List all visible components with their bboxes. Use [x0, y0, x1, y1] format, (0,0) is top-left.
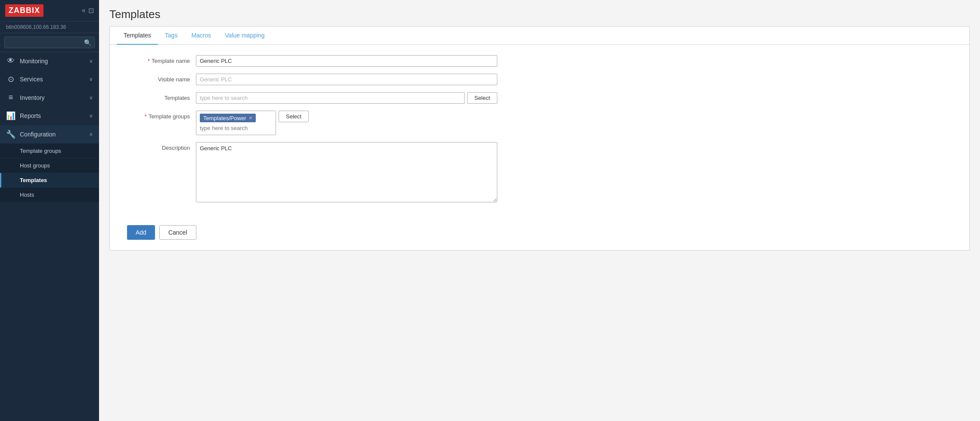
sidebar-item-template-groups[interactable]: Template groups — [0, 144, 99, 158]
main-content: Templates Templates Tags Macros Value ma… — [99, 0, 980, 421]
tag-remove-icon[interactable]: × — [249, 115, 252, 121]
chevron-down-icon: ∨ — [89, 76, 93, 82]
monitoring-icon: 👁 — [6, 56, 16, 65]
content-box: Templates Tags Macros Value mapping *Tem… — [109, 26, 970, 251]
cancel-button[interactable]: Cancel — [159, 225, 196, 240]
add-button[interactable]: Add — [127, 225, 155, 240]
reports-icon: 📊 — [6, 111, 16, 121]
template-name-row: *Template name — [127, 55, 952, 67]
visible-name-row: Visible name — [127, 74, 952, 85]
template-name-input[interactable] — [196, 55, 497, 67]
tabs-bar: Templates Tags Macros Value mapping — [110, 27, 969, 45]
template-groups-label: *Template groups — [127, 111, 196, 120]
description-row: Description Generic PLC — [127, 142, 952, 204]
search-icon: 🔍 — [84, 39, 91, 46]
template-group-tag: Templates/Power × — [200, 114, 256, 122]
visible-name-input[interactable] — [196, 74, 497, 85]
inventory-icon: ≡ — [6, 93, 16, 102]
sidebar-item-label: Host groups — [20, 162, 50, 169]
sidebar-item-label: Inventory — [20, 94, 45, 101]
sidebar-item-label: Configuration — [20, 131, 56, 138]
tab-tags[interactable]: Tags — [158, 27, 185, 45]
tag-label: Templates/Power — [203, 115, 246, 121]
sidebar-item-configuration[interactable]: 🔧 Configuration ∧ — [0, 125, 99, 144]
sidebar-item-label: Reports — [20, 112, 41, 119]
templates-select-button[interactable]: Select — [467, 92, 497, 104]
collapse-icon[interactable]: « — [82, 6, 86, 15]
tab-templates[interactable]: Templates — [117, 27, 158, 45]
required-star: * — [148, 58, 150, 64]
sidebar-item-host-groups[interactable]: Host groups — [0, 158, 99, 173]
sidebar-item-hosts[interactable]: Hosts — [0, 188, 99, 202]
templates-field: Select — [196, 92, 497, 104]
templates-search-input[interactable] — [196, 92, 465, 104]
template-name-label: *Template name — [127, 55, 196, 64]
content-wrapper: Templates Tags Macros Value mapping *Tem… — [99, 26, 980, 268]
description-textarea[interactable]: Generic PLC — [196, 142, 497, 202]
sidebar-item-monitoring[interactable]: 👁 Monitoring ∨ — [0, 52, 99, 70]
sidebar-item-label: Services — [20, 76, 43, 83]
sidebar: ZABBIX « ⊡ btln008606,100.66.183.36 🔍 👁 … — [0, 0, 99, 421]
expand-icon[interactable]: ⊡ — [88, 6, 94, 15]
chevron-down-icon: ∨ — [89, 113, 93, 119]
sidebar-item-label: Hosts — [20, 192, 34, 198]
sidebar-item-templates[interactable]: Templates — [0, 173, 99, 188]
form-actions: Add Cancel — [110, 221, 969, 250]
template-groups-search-input[interactable] — [200, 124, 272, 132]
sidebar-item-label: Templates — [20, 177, 47, 183]
template-groups-box: Templates/Power × — [196, 111, 276, 135]
zabbix-logo: ZABBIX — [5, 4, 43, 17]
description-field: Generic PLC — [196, 142, 497, 204]
sidebar-collapse-icons[interactable]: « ⊡ — [82, 6, 94, 15]
template-groups-tags: Templates/Power × — [200, 114, 272, 124]
sidebar-search-area: 🔍 — [0, 33, 99, 52]
description-label: Description — [127, 142, 196, 151]
sidebar-item-reports[interactable]: 📊 Reports ∨ — [0, 107, 99, 125]
chevron-down-icon: ∨ — [89, 95, 93, 101]
configuration-sub-menu: Template groups Host groups Templates Ho… — [0, 144, 99, 202]
sidebar-item-label: Monitoring — [20, 58, 48, 65]
page-header: Templates — [99, 0, 980, 26]
sidebar-item-inventory[interactable]: ≡ Inventory ∨ — [0, 89, 99, 107]
template-groups-field-area: Templates/Power × Select — [196, 111, 309, 135]
template-groups-row: *Template groups Templates/Power × — [127, 111, 952, 135]
templates-label: Templates — [127, 92, 196, 101]
sidebar-item-label: Template groups — [20, 148, 61, 154]
page-title: Templates — [109, 8, 970, 21]
template-name-field — [196, 55, 497, 67]
services-icon: ⊙ — [6, 74, 16, 84]
form-area: *Template name Visible name — [110, 45, 969, 221]
sidebar-host: btln008606,100.66.183.36 — [0, 22, 99, 33]
tab-value-mapping[interactable]: Value mapping — [218, 27, 271, 45]
required-star: * — [145, 113, 147, 120]
tab-macros[interactable]: Macros — [184, 27, 218, 45]
search-input[interactable] — [4, 37, 95, 48]
sidebar-header: ZABBIX « ⊡ — [0, 0, 99, 22]
sidebar-item-services[interactable]: ⊙ Services ∨ — [0, 70, 99, 89]
chevron-down-icon: ∨ — [89, 58, 93, 64]
visible-name-label: Visible name — [127, 74, 196, 83]
template-groups-select-button[interactable]: Select — [279, 111, 309, 122]
visible-name-field — [196, 74, 497, 85]
templates-row: Templates Select — [127, 92, 952, 104]
configuration-icon: 🔧 — [6, 130, 16, 139]
chevron-up-icon: ∧ — [89, 131, 93, 137]
